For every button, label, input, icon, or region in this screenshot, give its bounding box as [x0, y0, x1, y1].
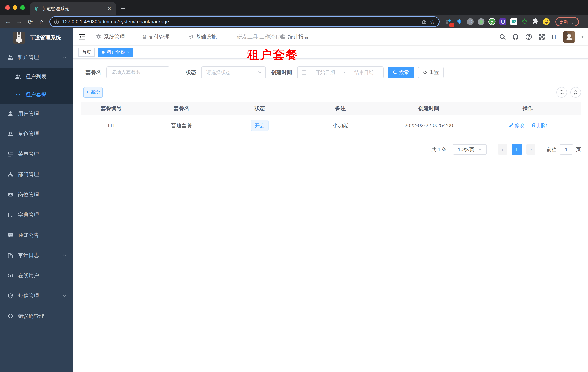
extension-y-green-icon[interactable]: y	[488, 18, 496, 25]
extension-command-icon[interactable]: ⌘	[467, 18, 474, 25]
topnav-workflow[interactable]: 工作流程	[257, 35, 262, 39]
status-badge[interactable]: 开启	[251, 120, 269, 131]
home-button[interactable]: ⌂	[37, 18, 47, 26]
table-header-row: 套餐编号 套餐名 状态 备注 创建时间 操作	[81, 102, 581, 115]
sidebar: 芋道管理系统 租户管理 租户列表 租户套餐 用户管理	[0, 28, 73, 372]
extension-diamond-icon[interactable]: 10	[445, 18, 452, 25]
tab-close-icon[interactable]: ×	[106, 6, 112, 11]
minimize-window-button[interactable]	[13, 5, 17, 10]
edit-link[interactable]: 修改	[509, 122, 525, 128]
delete-link[interactable]: 删除	[531, 122, 547, 128]
sidebar-item-dict-management[interactable]: 字典管理	[0, 205, 73, 225]
refresh-table-button[interactable]	[570, 87, 581, 98]
sidebar-item-audit-log[interactable]: 审计日志	[0, 245, 73, 266]
name-filter-input[interactable]	[106, 66, 169, 78]
prev-page-button[interactable]: ‹	[498, 144, 507, 155]
page-unit-label: 页	[576, 146, 581, 153]
sidebar-item-menu-management[interactable]: 菜单管理	[0, 144, 73, 164]
extension-green-dot-icon[interactable]	[477, 18, 485, 25]
add-button[interactable]: + 新增	[83, 87, 103, 98]
sidebar-item-tenant-management[interactable]: 租户管理	[0, 47, 73, 68]
sidebar-item-department-management[interactable]: 部门管理	[0, 164, 73, 185]
address-bar[interactable]: 127.0.0.1:48080/admin-ui/system/tenant/p…	[49, 16, 439, 27]
lashes-icon	[15, 91, 21, 97]
sidebar-item-user-management[interactable]: 用户管理	[0, 104, 73, 124]
search-button[interactable]: 搜索	[388, 67, 414, 78]
topnav-system[interactable]: 系统管理	[95, 33, 125, 41]
collapse-sidebar-icon[interactable]	[78, 33, 86, 41]
topnav-label: 基础设施	[196, 33, 217, 41]
help-icon[interactable]	[525, 33, 532, 40]
topnav-dev-tools[interactable]: 研发工具	[235, 35, 239, 39]
page-size-select[interactable]: 10条/页	[453, 144, 487, 155]
tag-tenant-package[interactable]: 租户套餐 ×	[98, 48, 133, 56]
extension-emoji-icon[interactable]	[543, 18, 550, 25]
sidebar-item-sms-management[interactable]: 短信管理	[0, 286, 73, 306]
chevron-down-icon	[258, 70, 262, 74]
sidebar-logo[interactable]: 芋道管理系统	[0, 28, 73, 47]
share-icon[interactable]	[422, 19, 427, 24]
topnav-payment[interactable]: ¥ 支付管理	[143, 33, 169, 41]
github-icon[interactable]	[512, 33, 519, 40]
sidebar-item-role-management[interactable]: 角色管理	[0, 124, 73, 144]
bookmark-star-icon[interactable]: ☆	[430, 19, 435, 25]
tag-home[interactable]: 首页	[78, 48, 95, 56]
sidebar-item-online-users[interactable]: 在线用户	[0, 266, 73, 286]
close-window-button[interactable]	[5, 5, 10, 10]
tab-title: 芋道管理系统	[42, 6, 104, 11]
font-size-icon[interactable]: tT	[552, 34, 557, 40]
new-tab-button[interactable]: +	[121, 3, 125, 14]
fullscreen-icon[interactable]	[538, 33, 545, 40]
extension-green-star-icon[interactable]	[521, 18, 528, 25]
toggle-search-button[interactable]	[556, 87, 567, 98]
forward-button[interactable]: →	[14, 18, 24, 25]
page-content: 套餐名 状态 请选择状态 创建时间 开始日期 - 结束日期	[73, 59, 588, 155]
search-icon[interactable]	[499, 33, 506, 40]
browser-update-button[interactable]: 更新 ⋮	[556, 17, 579, 26]
add-button-label: 新增	[91, 89, 100, 95]
browser-tab[interactable]: 芋道管理系统 ×	[30, 2, 116, 15]
calendar-icon	[301, 70, 307, 75]
chevron-down-icon	[478, 148, 482, 151]
goto-page-input[interactable]	[560, 144, 573, 155]
extension-gem-icon[interactable]	[456, 18, 463, 25]
code-icon	[7, 313, 13, 319]
browser-menu-kebab-icon[interactable]: ⋮	[570, 19, 575, 25]
extension-chat-icon[interactable]	[510, 18, 517, 25]
user-avatar[interactable]	[563, 31, 575, 43]
date-range-picker[interactable]: 开始日期 - 结束日期	[297, 66, 383, 78]
users-icon	[7, 54, 13, 60]
reset-button[interactable]: 重置	[418, 67, 443, 78]
sidebar-item-label: 部门管理	[18, 171, 39, 178]
sidebar-item-post-management[interactable]: 岗位管理	[0, 185, 73, 205]
page-size-value: 10条/页	[458, 146, 474, 153]
sidebar-item-tenant-list[interactable]: 租户列表	[0, 68, 73, 85]
logo-rabbit-image	[13, 32, 25, 44]
browser-tabstrip: 芋道管理系统 × +	[0, 0, 588, 15]
cell-created: 2022-02-22 00:54:00	[383, 115, 475, 136]
refresh-icon	[423, 70, 427, 74]
sidebar-item-tenant-package[interactable]: 租户套餐	[0, 85, 73, 103]
page-1-button[interactable]: 1	[512, 144, 522, 155]
topnav-infrastructure[interactable]: 基础设施	[187, 33, 217, 41]
trash-icon	[531, 123, 536, 128]
sidebar-item-label: 租户管理	[18, 54, 39, 61]
extension-purple-shield-icon[interactable]	[499, 18, 506, 25]
topnav-reports[interactable]: 统计报表	[280, 33, 309, 41]
cell-name: 普通套餐	[142, 115, 221, 136]
zoom-window-button[interactable]	[20, 5, 25, 10]
sidebar-item-notice[interactable]: 通知公告	[0, 225, 73, 245]
sidebar-item-label: 字典管理	[18, 211, 39, 219]
status-filter-select[interactable]: 请选择状态	[201, 66, 266, 78]
sidebar-item-label: 岗位管理	[18, 191, 39, 198]
avatar-caret-icon[interactable]: ▾	[582, 35, 583, 39]
app-title: 芋道管理系统	[30, 34, 61, 42]
reload-button[interactable]: ⟳	[26, 18, 35, 25]
edit-link-label: 修改	[515, 122, 525, 128]
tag-close-icon[interactable]: ×	[127, 50, 130, 55]
site-info-icon[interactable]	[54, 19, 59, 24]
sidebar-item-error-code[interactable]: 错误码管理	[0, 306, 73, 326]
back-button[interactable]: ←	[3, 18, 13, 25]
next-page-button[interactable]: ›	[526, 144, 536, 155]
extensions-puzzle-icon[interactable]	[532, 18, 539, 25]
